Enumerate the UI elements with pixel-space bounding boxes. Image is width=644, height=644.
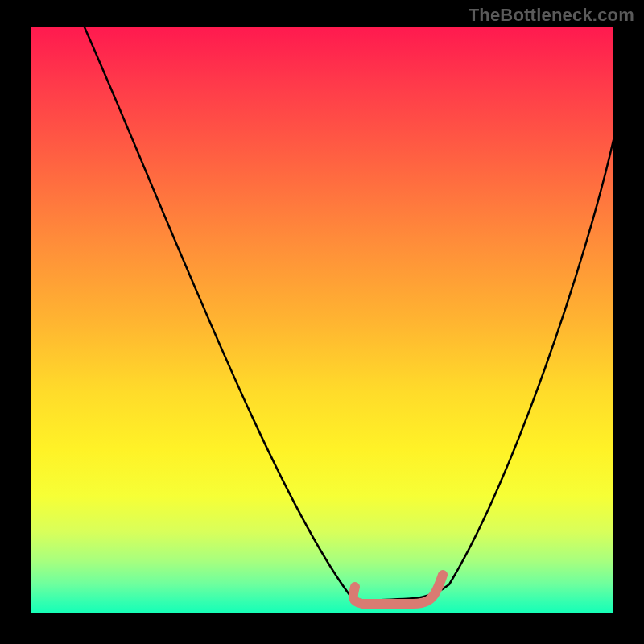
- curve-line: [85, 27, 613, 600]
- watermark-text: TheBottleneck.com: [469, 5, 634, 26]
- chart-svg: [31, 27, 613, 613]
- plot-area: [31, 27, 613, 613]
- trough-marker: [353, 575, 443, 604]
- chart-frame: TheBottleneck.com: [0, 0, 644, 644]
